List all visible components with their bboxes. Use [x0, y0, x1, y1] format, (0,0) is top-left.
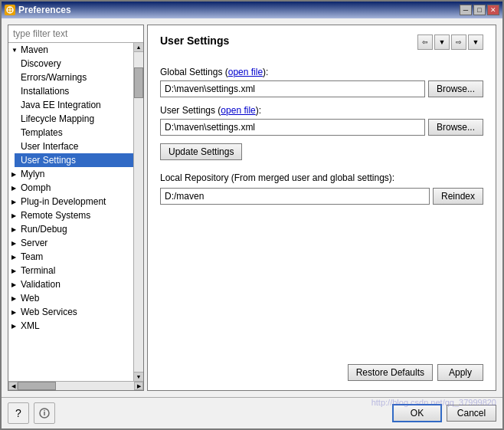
rundebug-arrow: ▶ [11, 226, 19, 233]
tree-group-header-rundebug[interactable]: ▶ Run/Debug [8, 222, 133, 236]
nav-back-dropdown[interactable]: ▼ [434, 34, 450, 50]
tree-item-templates[interactable]: Templates [15, 126, 133, 140]
server-arrow: ▶ [11, 240, 19, 247]
maven-arrow: ▼ [11, 47, 19, 54]
tree-group-header-remote[interactable]: ▶ Remote Systems [8, 208, 133, 222]
nav-back-button[interactable]: ⇦ [417, 34, 433, 50]
local-repo-input[interactable] [160, 188, 430, 205]
oomph-arrow: ▶ [11, 185, 19, 192]
nav-forward-button[interactable]: ⇨ [451, 34, 466, 50]
cancel-button[interactable]: Cancel [447, 405, 496, 422]
scrollbar-thumb[interactable] [134, 67, 143, 98]
remote-arrow: ▶ [11, 212, 19, 219]
window-title: Preferences [18, 5, 71, 15]
tree-group-maven: ▼ Maven Discovery Errors/Warnings Ins [8, 43, 133, 167]
webservices-label: Web Services [21, 307, 77, 317]
remote-label: Remote Systems [21, 210, 90, 221]
webservices-arrow: ▶ [11, 309, 19, 316]
user-settings-label: User Settings (open file): [160, 105, 483, 116]
user-open-file-link[interactable]: open file [221, 105, 255, 116]
tree-group-header-xml[interactable]: ▶ XML [8, 319, 133, 333]
vertical-scrollbar[interactable]: ▲ ▼ [133, 43, 143, 381]
web-label: Web [21, 293, 39, 304]
tree-item-errors[interactable]: Errors/Warnings [15, 71, 133, 84]
tree-item-javaee[interactable]: Java EE Integration [15, 98, 133, 112]
maven-children: Discovery Errors/Warnings Installations … [8, 57, 133, 167]
bottom-toolbar: ? OK Cancel [2, 397, 502, 428]
javaee-label: Java EE Integration [21, 100, 101, 110]
tree-group-header-plugin[interactable]: ▶ Plug-in Development [8, 195, 133, 208]
minimize-button[interactable]: ─ [460, 5, 472, 15]
user-settings-row: Browse... [160, 119, 483, 136]
tree-area: ▼ Maven Discovery Errors/Warnings Ins [8, 43, 133, 381]
left-panel: ▼ Maven Discovery Errors/Warnings Ins [8, 25, 144, 391]
h-scroll-left-arrow[interactable]: ◀ [8, 382, 18, 390]
global-browse-button[interactable]: Browse... [428, 80, 483, 97]
reindex-button[interactable]: Reindex [433, 188, 483, 205]
right-panel-title: User Settings [160, 34, 229, 47]
horizontal-scrollbar[interactable]: ◀ ▶ [8, 381, 143, 390]
title-buttons: ─ □ ✕ [460, 5, 499, 15]
update-settings-row: Update Settings [160, 143, 483, 160]
local-repo-row: Reindex [160, 188, 483, 205]
user-browse-button[interactable]: Browse... [428, 119, 483, 136]
xml-arrow: ▶ [11, 323, 19, 330]
svg-point-5 [44, 410, 45, 412]
tree-group-header-team[interactable]: ▶ Team [8, 250, 133, 264]
tree-item-lifecycle[interactable]: Lifecycle Mapping [15, 112, 133, 126]
tree-group-header-webservices[interactable]: ▶ Web Services [8, 305, 133, 319]
installations-label: Installations [21, 86, 69, 97]
tree-item-user-interface[interactable]: User Interface [15, 140, 133, 153]
title-bar-left: Preferences [5, 5, 71, 15]
nav-buttons: ⇦ ▼ ⇨ ▼ [417, 34, 483, 50]
h-scroll-thumb[interactable] [18, 382, 56, 390]
update-settings-button[interactable]: Update Settings [160, 143, 242, 160]
user-settings-label: User Settings [21, 155, 76, 166]
rundebug-label: Run/Debug [21, 224, 67, 235]
tree-group-header-terminal[interactable]: ▶ Terminal [8, 264, 133, 277]
maximize-button[interactable]: □ [473, 5, 486, 15]
apply-button[interactable]: Apply [437, 364, 483, 381]
close-button[interactable]: ✕ [487, 5, 499, 15]
server-label: Server [21, 238, 47, 248]
ok-button[interactable]: OK [392, 404, 442, 422]
preferences-window: Preferences ─ □ ✕ ▼ Maven [0, 0, 504, 430]
oomph-label: Oomph [21, 182, 51, 193]
global-settings-label: Global Settings (open file): [160, 67, 483, 77]
panel-bottom-buttons: Restore Defaults Apply [160, 358, 483, 381]
tree-group-header-validation[interactable]: ▶ Validation [8, 277, 133, 291]
right-panel: User Settings ⇦ ▼ ⇨ ▼ Global Settings (o… [147, 25, 496, 391]
team-arrow: ▶ [11, 254, 19, 261]
right-panel-inner: Global Settings (open file): Browse... U… [160, 67, 483, 381]
lifecycle-label: Lifecycle Mapping [21, 113, 94, 124]
global-open-file-link[interactable]: open file [228, 67, 263, 77]
scrollbar-up-arrow[interactable]: ▲ [134, 43, 143, 52]
scrollbar-down-arrow[interactable]: ▼ [134, 372, 143, 381]
tree-group-header-web[interactable]: ▶ Web [8, 291, 133, 305]
tree-group-header-oomph[interactable]: ▶ Oomph [8, 181, 133, 195]
restore-defaults-button[interactable]: Restore Defaults [348, 364, 433, 381]
web-arrow: ▶ [11, 295, 19, 302]
user-settings-input[interactable] [160, 119, 425, 136]
nav-forward-dropdown[interactable]: ▼ [468, 34, 483, 50]
global-settings-input[interactable] [160, 80, 425, 97]
validation-label: Validation [21, 279, 61, 290]
tree-group-header-server[interactable]: ▶ Server [8, 236, 133, 250]
team-label: Team [21, 251, 43, 262]
filter-input[interactable] [8, 25, 143, 43]
maven-label: Maven [21, 44, 48, 55]
discovery-label: Discovery [21, 58, 61, 69]
h-scroll-right-arrow[interactable]: ▶ [134, 382, 143, 390]
h-scroll-track [18, 382, 134, 390]
content-area: ▼ Maven Discovery Errors/Warnings Ins [2, 18, 502, 397]
validation-arrow: ▶ [11, 281, 19, 288]
help-button[interactable]: ? [8, 402, 29, 424]
tree-item-user-settings[interactable]: User Settings [15, 153, 133, 167]
tree-item-installations[interactable]: Installations [15, 84, 133, 98]
title-bar: Preferences ─ □ ✕ [2, 2, 502, 18]
tree-group-header-mylyn[interactable]: ▶ Mylyn [8, 167, 133, 181]
terminal-label: Terminal [21, 265, 55, 276]
info-button[interactable] [34, 402, 55, 424]
tree-group-header-maven[interactable]: ▼ Maven [8, 43, 133, 57]
tree-item-discovery[interactable]: Discovery [15, 57, 133, 71]
